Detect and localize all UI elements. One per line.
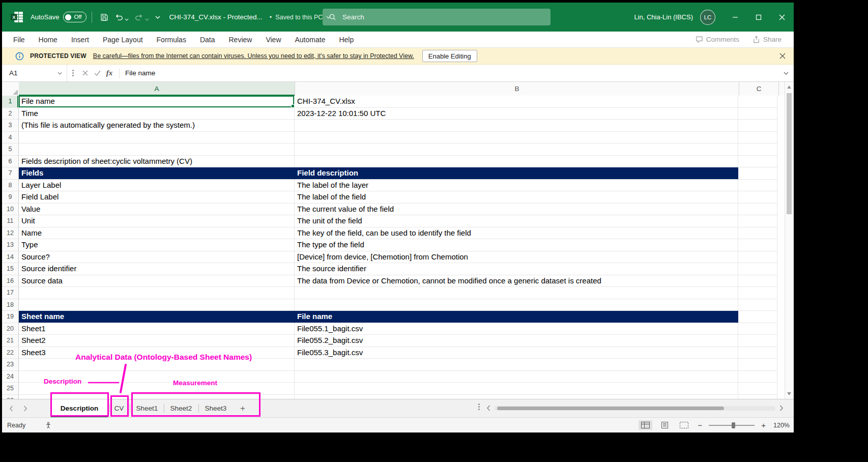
cell-C8[interactable]: [738, 180, 777, 192]
zoom-in-button[interactable]: +: [760, 421, 767, 429]
menu-item-review[interactable]: Review: [229, 36, 252, 44]
comments-button[interactable]: Comments: [696, 36, 739, 43]
row-header-11[interactable]: 11: [2, 215, 19, 227]
menu-item-help[interactable]: Help: [339, 36, 354, 44]
menu-item-insert[interactable]: Insert: [71, 36, 89, 44]
cell-C15[interactable]: [738, 263, 777, 275]
search-input[interactable]: [341, 13, 544, 21]
cell-A13[interactable]: Type: [19, 239, 295, 251]
add-sheet-icon[interactable]: +: [240, 399, 245, 417]
enable-editing-button[interactable]: Enable Editing: [422, 50, 477, 62]
cell-C13[interactable]: [738, 239, 777, 251]
cell-A6[interactable]: Fields description of sheet:cyclic volta…: [19, 156, 295, 168]
avatar[interactable]: LC: [700, 10, 715, 25]
menu-item-formulas[interactable]: Formulas: [157, 36, 186, 44]
cell-A2[interactable]: Time: [19, 108, 295, 120]
row-header-26[interactable]: 26: [2, 395, 19, 399]
row-header-7[interactable]: 7: [2, 167, 19, 180]
sheet-tab-cv[interactable]: CV: [111, 399, 127, 417]
cell-C7[interactable]: [738, 167, 777, 180]
cell-A23[interactable]: [19, 359, 295, 371]
menu-item-home[interactable]: Home: [39, 36, 57, 44]
tab-scroll-left-icon[interactable]: [9, 406, 13, 412]
cell-B11[interactable]: The unit of the field: [295, 215, 738, 227]
cell-B2[interactable]: 2023-12-22 10:01:50 UTC: [295, 108, 738, 120]
tab-scroll-right-icon[interactable]: [23, 406, 27, 412]
autosave-toggle[interactable]: Off: [63, 12, 86, 22]
formula-bar-grip-icon[interactable]: [72, 72, 74, 74]
cell-B5[interactable]: [295, 143, 738, 156]
cell-C25[interactable]: [738, 383, 777, 395]
row-header-20[interactable]: 20: [2, 323, 19, 335]
row-header-23[interactable]: 23: [2, 359, 19, 371]
cell-A10[interactable]: Value: [19, 204, 295, 216]
cell-A15[interactable]: Source identifier: [19, 263, 295, 275]
cell-B9[interactable]: The label of the field: [295, 191, 738, 204]
cell-B23[interactable]: [295, 359, 738, 371]
column-header-B[interactable]: B: [295, 82, 739, 96]
row-header-10[interactable]: 10: [2, 204, 19, 216]
save-icon[interactable]: [97, 11, 111, 24]
cell-B18[interactable]: [295, 299, 738, 311]
cell-C12[interactable]: [738, 227, 777, 240]
cell-C2[interactable]: [738, 108, 777, 120]
row-header-16[interactable]: 16: [2, 275, 19, 287]
column-header-A[interactable]: A: [19, 82, 295, 96]
formula-content[interactable]: File name: [123, 69, 155, 77]
row-header-17[interactable]: 17: [2, 287, 19, 299]
cell-B19[interactable]: File name: [295, 311, 738, 323]
row-header-9[interactable]: 9: [2, 191, 19, 204]
cell-B24[interactable]: [295, 371, 738, 383]
row-header-2[interactable]: 2: [2, 108, 19, 120]
zoom-slider-thumb[interactable]: [732, 422, 735, 428]
sheet-tab-sheet3[interactable]: Sheet3: [201, 399, 230, 417]
cell-A24[interactable]: [19, 371, 295, 383]
cell-C14[interactable]: [738, 251, 777, 264]
sheet-tab-description[interactable]: Description: [51, 399, 108, 417]
cell-C21[interactable]: [738, 335, 777, 347]
hscroll-left-icon[interactable]: [486, 405, 490, 411]
qat-chevron-icon[interactable]: [152, 13, 163, 21]
vertical-scrollbar[interactable]: [785, 82, 794, 399]
share-button[interactable]: Share: [753, 36, 782, 43]
row-header-25[interactable]: 25: [2, 383, 19, 395]
maximize-icon[interactable]: [747, 3, 770, 32]
cell-A8[interactable]: Layer Label: [19, 180, 295, 192]
cell-B7[interactable]: Field description: [295, 167, 738, 180]
cell-B6[interactable]: [295, 156, 738, 168]
cell-B22[interactable]: File055.3_bagit.csv: [295, 347, 738, 359]
cell-C17[interactable]: [738, 287, 777, 299]
menu-item-page-layout[interactable]: Page Layout: [103, 36, 143, 44]
cell-C19[interactable]: [738, 311, 777, 323]
tab-options-icon[interactable]: [478, 406, 480, 408]
row-header-22[interactable]: 22: [2, 347, 19, 359]
cell-A11[interactable]: Unit: [19, 215, 295, 227]
cell-C9[interactable]: [738, 191, 777, 204]
cell-B25[interactable]: [295, 383, 738, 395]
row-header-21[interactable]: 21: [2, 335, 19, 347]
row-header-14[interactable]: 14: [2, 251, 19, 264]
cell-C26[interactable]: [738, 395, 777, 399]
select-all-icon[interactable]: [2, 82, 19, 96]
view-normal-button[interactable]: [639, 420, 652, 430]
vertical-scroll-thumb[interactable]: [787, 93, 792, 214]
cell-A25[interactable]: [19, 383, 295, 395]
row-header-15[interactable]: 15: [2, 263, 19, 275]
cell-B4[interactable]: [295, 132, 738, 144]
cell-A18[interactable]: [19, 299, 295, 311]
sheet-tab-sheet2[interactable]: Sheet2: [166, 399, 196, 417]
close-icon[interactable]: [770, 3, 794, 32]
formula-bar-expand-icon[interactable]: [784, 72, 789, 75]
cell-B13[interactable]: The type of the field: [295, 239, 738, 251]
cell-B14[interactable]: [Device] from device, [Chemotion] from C…: [295, 251, 738, 264]
view-page-layout-button[interactable]: [658, 420, 672, 430]
horizontal-scroll-thumb[interactable]: [497, 407, 724, 410]
row-header-1[interactable]: 1: [2, 96, 19, 108]
view-page-break-button[interactable]: [677, 420, 691, 430]
cell-B16[interactable]: The data from Device or Chemotion, canno…: [295, 275, 738, 287]
cell-A20[interactable]: Sheet1: [19, 323, 295, 335]
hscroll-right-icon[interactable]: [779, 405, 784, 411]
minimize-icon[interactable]: [724, 3, 747, 32]
banner-close-icon[interactable]: [779, 53, 786, 59]
cell-A26[interactable]: [19, 395, 295, 399]
